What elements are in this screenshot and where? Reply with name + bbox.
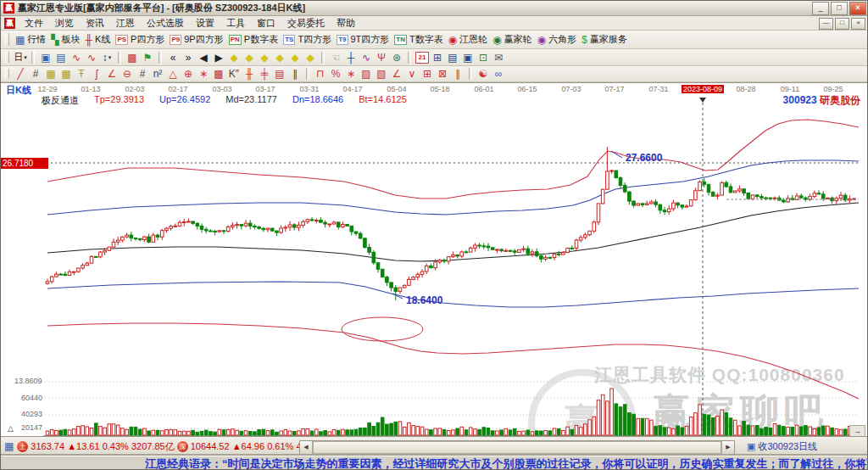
candle-pattern2-icon[interactable]: ╪ (258, 67, 271, 81)
first-page-icon[interactable]: « (166, 51, 180, 64)
gann-grid-icon[interactable]: # (29, 67, 42, 81)
scroll-left-icon[interactable]: ◀ (300, 441, 313, 454)
minimize-button[interactable]: _ (812, 2, 829, 15)
date-tick: 03-17 (255, 85, 275, 93)
price-box-icon[interactable]: ⊓ (314, 67, 327, 81)
angle-line-icon[interactable]: ∠ (390, 67, 403, 81)
angle-arc-icon[interactable]: ∠ (105, 67, 119, 81)
toolbar-grip (5, 52, 9, 63)
quote-grid-icon[interactable]: ▦ (4, 440, 14, 452)
9t-square-button[interactable]: T99T四方形 (337, 33, 389, 46)
p-digit-button[interactable]: PNP数字表 (229, 33, 278, 46)
wide-grid-icon[interactable]: ▤ (273, 67, 287, 81)
menu-trade[interactable]: 交易委托 (281, 16, 331, 31)
prev-page-icon[interactable]: ◀ (197, 51, 210, 64)
triangle-ruler-icon[interactable]: △ (166, 67, 180, 81)
red-grid-icon[interactable]: ▩ (212, 67, 225, 81)
crosshair-tool-icon[interactable]: ┼ (344, 51, 358, 64)
kline-plot[interactable]: 27.660018.6400 (1, 83, 868, 436)
kline-button[interactable]: ╫K线 (86, 33, 111, 46)
save-icon[interactable]: ▣ (461, 51, 475, 64)
maximize-button[interactable]: □ (831, 2, 848, 15)
measure-icon[interactable]: ∥ (288, 67, 302, 81)
circle-cross-icon[interactable]: ⊕ (181, 67, 195, 81)
p-square-button[interactable]: PSP四方形 (115, 33, 164, 46)
sectors-button[interactable]: ▚板块 (51, 33, 80, 46)
compass-circle-icon[interactable]: ⊖ (120, 67, 134, 81)
calendar-21-icon[interactable]: 21 (415, 52, 429, 64)
close-button[interactable]: × (849, 2, 866, 15)
notebook-icon[interactable]: ▤ (446, 51, 459, 64)
asterisk-tool-icon[interactable]: ∗ (197, 67, 210, 81)
s-curve-icon[interactable]: ʃ (90, 67, 103, 81)
t-square-button[interactable]: TST四方形 (283, 33, 331, 46)
diamond-left-icon[interactable]: ◆ (227, 51, 241, 64)
menu-window[interactable]: 窗口 (251, 16, 281, 31)
zigzag2-icon[interactable]: ∿ (85, 51, 98, 64)
k-quote-icon[interactable]: K″ (227, 67, 241, 81)
polyline-tool-icon[interactable]: ∿ (359, 51, 373, 64)
menu-formula-picker[interactable]: 公式选股 (141, 16, 190, 31)
horizontal-scrollbar[interactable]: ◀ ▶ (299, 440, 735, 455)
form-icon[interactable]: ▤ (54, 51, 68, 64)
n-square-icon[interactable]: n² (151, 67, 164, 81)
grid-diag-icon[interactable]: ⊠ (436, 67, 449, 81)
hexagon-button[interactable]: ◉六角形 (537, 33, 576, 46)
menu-news[interactable]: 资讯 (80, 16, 110, 31)
quotes-button[interactable]: ▦行情 (15, 33, 46, 46)
mdi-close-button[interactable]: × (851, 18, 865, 30)
gann-count-icon[interactable]: Ψ (375, 51, 388, 64)
t-digit-button[interactable]: TNT数字表 (394, 33, 442, 46)
scroll-right-arrow[interactable]: → (849, 425, 865, 436)
grid-box-icon[interactable]: ⊞ (420, 67, 434, 81)
infinity-icon[interactable]: ∞ (492, 67, 505, 81)
yellow-grid-icon[interactable]: ▦ (44, 67, 58, 81)
pen-tool-icon[interactable]: ╱ (14, 67, 27, 81)
scrollbar-thumb[interactable] (313, 441, 721, 454)
diamond-cross-icon[interactable]: ◆ (303, 51, 317, 64)
percent-icon[interactable]: % (329, 67, 342, 81)
period-day-dropdown[interactable]: 日▾ (14, 51, 27, 64)
menu-browse[interactable]: 浏览 (49, 16, 80, 31)
ray-fan-icon[interactable]: ∗ (344, 67, 358, 81)
diamond-v-icon[interactable]: ◆ (273, 51, 287, 64)
next-page-icon[interactable]: ▶ (212, 51, 225, 64)
gold-circle-icon[interactable]: ▨ (359, 67, 373, 81)
mdi-minimize-button[interactable]: — (819, 18, 833, 30)
diamond-right-icon[interactable]: ◆ (242, 51, 256, 64)
check-line-icon[interactable]: ∨ (405, 67, 419, 81)
menu-help[interactable]: 帮助 (331, 16, 361, 31)
indicator-param: Up=26.4592 (159, 94, 210, 107)
diamond-center-icon[interactable]: ◆ (288, 51, 302, 64)
export-icon[interactable]: ⊡ (476, 51, 490, 64)
mdi-restore-button[interactable]: □ (835, 18, 849, 30)
hash-grid-icon[interactable]: # (136, 67, 149, 81)
red-board-icon[interactable]: ▩ (125, 51, 139, 64)
gann-wheel-button[interactable]: ◉江恩轮 (448, 33, 487, 46)
diamond-h-icon[interactable]: ◆ (258, 51, 271, 64)
yellow-grid2-icon[interactable]: ▦ (59, 67, 73, 81)
scroll-right-icon[interactable]: ▶ (721, 441, 734, 454)
gold-grid-icon[interactable]: ▧ (375, 67, 388, 81)
mail-icon[interactable]: ✉ (492, 51, 505, 64)
zigzag-icon[interactable]: ∿ (70, 51, 83, 64)
menu-gann[interactable]: 江恩 (110, 16, 141, 31)
pattern-tool-icon[interactable]: ⊛ (390, 51, 403, 64)
menu-tools[interactable]: 工具 (220, 16, 251, 31)
menu-settings[interactable]: 设置 (190, 16, 220, 31)
calculator-icon[interactable]: ⊞ (431, 51, 444, 64)
scale-dropdown-icon[interactable]: ↕▾ (100, 51, 114, 64)
winner-service-button[interactable]: $赢家服务 (581, 33, 627, 46)
hand-tool-icon[interactable]: ☜ (329, 51, 342, 64)
chart-area[interactable]: 日K线 12-2901-1302-0302-1703-0303-1703-310… (1, 82, 868, 436)
menu-file[interactable]: 文件 (19, 16, 49, 31)
f-tool-icon[interactable]: Ŧ (75, 67, 88, 81)
candle-pattern-icon[interactable]: ╫ (242, 67, 256, 81)
taiji-icon[interactable]: ☯ (476, 67, 490, 81)
9p-square-button[interactable]: P99P四方形 (170, 33, 223, 46)
flag-icon[interactable]: ⚑ (141, 51, 154, 64)
chart-window-icon[interactable]: ▣ (39, 51, 53, 64)
parallel-lines-icon[interactable]: ∥ (451, 67, 465, 81)
last-page-icon[interactable]: » (181, 51, 195, 64)
winner-wheel-button[interactable]: ◉赢家轮 (492, 33, 531, 46)
